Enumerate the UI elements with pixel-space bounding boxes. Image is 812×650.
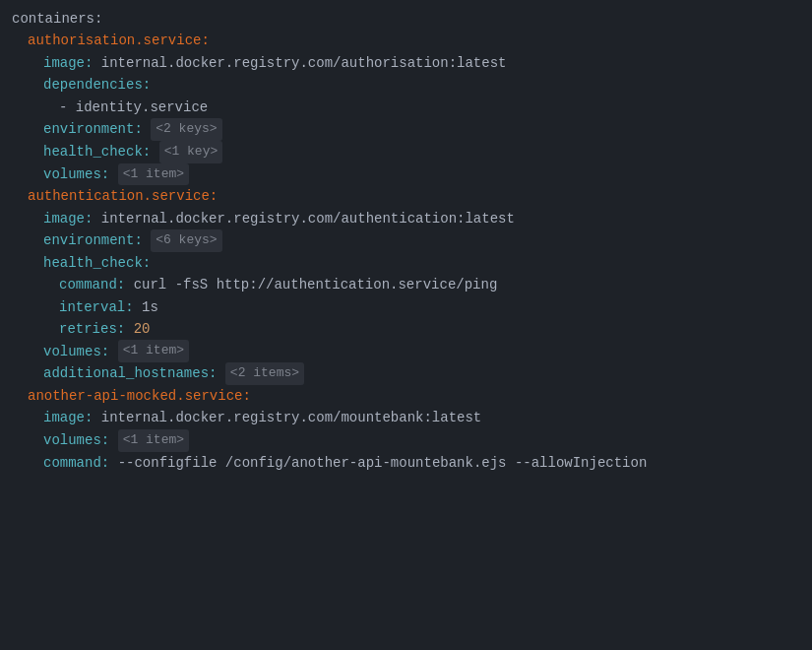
code-line: image: internal.docker.registry.com/auth… <box>0 52 812 74</box>
code-line: volumes: <1 item> <box>0 340 812 362</box>
collapsed-indicator: <6 keys> <box>151 229 221 252</box>
code-token: 20 <box>134 318 151 340</box>
code-token: --configfile /config/another-api-mounteb… <box>118 452 648 474</box>
collapsed-indicator: <1 key> <box>159 141 223 163</box>
code-line: command: curl -fsS http://authentication… <box>0 274 812 295</box>
code-token: interval: <box>59 296 142 318</box>
code-token: volumes: <box>43 163 118 185</box>
code-token: containers: <box>12 8 102 30</box>
code-token: authorisation.service: <box>28 30 210 51</box>
code-token: environment: <box>43 118 151 140</box>
code-line: interval: 1s <box>0 296 812 318</box>
code-line: retries: 20 <box>0 318 812 340</box>
code-token: another-api-mocked.service: <box>28 385 251 407</box>
code-line: authentication.service: <box>0 185 812 207</box>
code-token: internal.docker.registry.com/authenticat… <box>101 208 515 229</box>
code-line: containers: <box>0 8 812 30</box>
code-line: health_check: <box>0 252 812 274</box>
collapsed-indicator: <1 item> <box>118 429 189 452</box>
code-line: authorisation.service: <box>0 30 812 51</box>
code-token: environment: <box>43 229 151 251</box>
code-line: health_check: <1 key> <box>0 141 812 163</box>
code-token: 1s <box>142 296 158 318</box>
code-token: command: <box>59 274 134 295</box>
code-line: environment: <6 keys> <box>0 229 812 252</box>
code-line: dependencies: <box>0 74 812 96</box>
code-token: volumes: <box>43 429 118 451</box>
code-line: additional_hostnames: <2 items> <box>0 362 812 385</box>
code-line: - identity.service <box>0 97 812 118</box>
code-token: health_check: <box>43 252 151 274</box>
collapsed-indicator: <2 items> <box>225 362 304 385</box>
code-token: image: <box>43 208 101 229</box>
code-token: command: <box>43 452 118 474</box>
code-token: internal.docker.registry.com/authorisati… <box>101 52 507 74</box>
code-line: environment: <2 keys> <box>0 118 812 141</box>
collapsed-indicator: <2 keys> <box>151 118 221 141</box>
code-line: image: internal.docker.registry.com/auth… <box>0 208 812 229</box>
code-token: image: <box>43 407 101 428</box>
code-token: health_check: <box>43 141 159 162</box>
code-line: another-api-mocked.service: <box>0 385 812 407</box>
collapsed-indicator: <1 item> <box>118 340 189 362</box>
code-token: dependencies: <box>43 74 151 96</box>
code-token: retries: <box>59 318 134 340</box>
code-token: - identity.service <box>59 97 208 118</box>
code-token: volumes: <box>43 341 118 362</box>
code-line: image: internal.docker.registry.com/moun… <box>0 407 812 428</box>
code-line: volumes: <1 item> <box>0 429 812 452</box>
code-editor: containers:authorisation.service:image: … <box>0 0 812 650</box>
code-token: curl -fsS http://authentication.service/… <box>134 274 498 295</box>
code-token: internal.docker.registry.com/mountebank:… <box>101 407 481 428</box>
code-token: image: <box>43 52 101 74</box>
code-token: additional_hostnames: <box>43 362 225 384</box>
code-line: command: --configfile /config/another-ap… <box>0 452 812 474</box>
collapsed-indicator: <1 item> <box>118 163 189 186</box>
code-line: volumes: <1 item> <box>0 163 812 186</box>
code-token: authentication.service: <box>28 185 218 207</box>
